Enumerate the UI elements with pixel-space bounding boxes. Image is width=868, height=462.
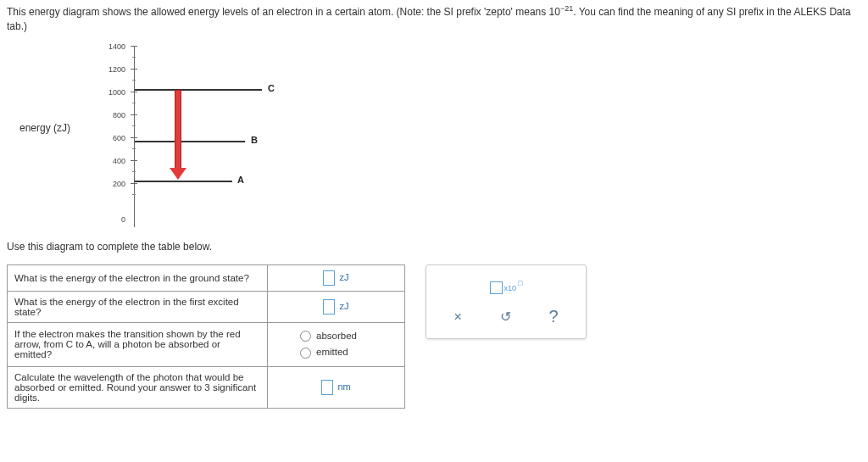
energy-diagram: energy (zJ) 1400 1200 1000 800 600 400 2… [24,37,329,232]
intro-part1: This energy diagram shows the allowed en… [7,6,560,18]
question-table: What is the energy of the electron in th… [7,264,405,409]
q4-text: Calculate the wavelength of the photon t… [8,366,268,408]
sci-notation-button[interactable]: x10□ [490,281,523,294]
reset-button[interactable]: ↺ [500,309,511,325]
tick-200: 200 [100,180,125,188]
tick-600: 600 [100,134,125,142]
q3-text: If the electron makes the transition sho… [8,322,268,366]
q1-answer-cell: zJ [268,264,405,291]
tick-1000: 1000 [100,88,125,97]
unit-zj: zJ [340,272,349,282]
q4-answer-cell: nm [268,366,405,408]
unit-zj: zJ [340,301,349,311]
clear-button[interactable]: × [453,309,461,325]
level-a-line [135,181,232,182]
tick-800: 800 [100,111,125,120]
unit-nm: nm [337,381,350,392]
level-b-line [135,141,245,142]
q2-answer-cell: zJ [268,291,405,322]
q4-input[interactable] [321,380,333,395]
y-axis-label: energy (zJ) [19,122,70,134]
tick-1400: 1400 [100,42,125,51]
q1-text: What is the energy of the electron in th… [8,264,268,291]
level-a-label: A [237,175,244,185]
radio-absorbed-label: absorbed [316,331,357,341]
tool-palette: x10□ × ↺ ? [426,264,587,339]
y-axis-line [134,46,135,227]
q1-input[interactable] [323,270,335,286]
tick-1200: 1200 [100,65,125,74]
radio-emitted[interactable] [300,348,311,359]
tick-400: 400 [100,157,125,165]
radio-emitted-label: emitted [316,347,348,357]
tick-0: 0 [100,215,125,224]
q2-input[interactable] [323,299,335,314]
level-c-line [135,89,262,91]
level-c-label: C [268,83,275,93]
help-button[interactable]: ? [548,307,558,326]
intro-exponent: −21 [560,4,573,13]
instruction-text: Use this diagram to complete the table b… [7,241,861,253]
level-b-label: B [251,135,258,145]
q2-text: What is the energy of the electron in th… [8,291,268,322]
radio-absorbed[interactable] [300,331,311,342]
intro-text: This energy diagram shows the allowed en… [7,3,861,34]
transition-arrow [175,90,181,170]
transition-arrow-head [170,168,186,180]
